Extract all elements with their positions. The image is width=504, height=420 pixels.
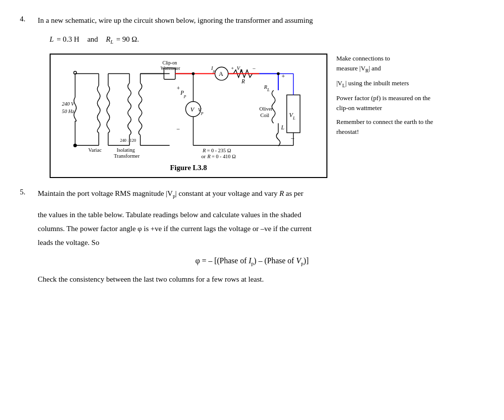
- q4-text: In a new schematic, wire up the circuit …: [38, 15, 484, 26]
- svg-text:Isolating: Isolating: [117, 147, 135, 152]
- svg-text:Variac: Variac: [88, 147, 102, 152]
- q5-number: 5.: [20, 188, 34, 200]
- svg-text:240 V: 240 V: [62, 101, 75, 107]
- svg-text:= 0 - 410 Ω: = 0 - 410 Ω: [212, 154, 236, 159]
- side-note-4: Remember to connect the earth to the rhe…: [336, 117, 436, 137]
- side-notes: Make connections to measure |VR| and |VL…: [336, 54, 436, 141]
- q4-number: 4.: [20, 15, 34, 26]
- svg-text:Ip: Ip: [211, 65, 216, 73]
- RL-formula: RL = 90 Ω.: [106, 35, 139, 45]
- svg-text:V: V: [190, 106, 195, 113]
- svg-text:–: –: [252, 65, 256, 70]
- svg-text:Wattmeter: Wattmeter: [161, 65, 181, 70]
- question-4: 4. In a new schematic, wire up the circu…: [20, 15, 484, 26]
- q5-line4: leads the voltage. So: [38, 237, 484, 248]
- q5-line3: columns. The power factor angle φ is +ve…: [38, 223, 484, 235]
- q5-line2: the values in the table below. Tabulate …: [38, 209, 484, 221]
- L-formula: L = 0.3 H: [50, 35, 79, 44]
- q5-text: Maintain the port voltage RMS magnitude …: [38, 188, 484, 200]
- circuit-box: 240 V 50 Hz Variac: [50, 54, 327, 178]
- svg-text:RL: RL: [263, 84, 269, 92]
- svg-text:Oliver: Oliver: [259, 106, 273, 111]
- svg-text:–: –: [176, 125, 180, 131]
- and-text: and: [87, 35, 98, 44]
- formula-line: L = 0.3 H and RL = 90 Ω.: [50, 35, 484, 45]
- phi-formula: φ = – [(Phase of Ip) – (Phase of Vp)]: [20, 256, 484, 266]
- svg-text:240 : 120: 240 : 120: [120, 137, 136, 142]
- svg-text:Transformer: Transformer: [114, 153, 140, 159]
- L-equals: = 0.3 H: [57, 35, 79, 44]
- RL-label: RL: [106, 35, 114, 45]
- circuit-area: 240 V 50 Hz Variac: [50, 54, 484, 178]
- svg-text:Coil: Coil: [260, 113, 269, 118]
- L-label: L: [50, 35, 54, 44]
- consistency-note: Check the consistency between the last t…: [38, 273, 484, 285]
- side-note-1: Make connections to measure |VR| and: [336, 54, 436, 74]
- question-5: 5. Maintain the port voltage RMS magnitu…: [20, 188, 484, 285]
- svg-text:= 0 - 235 Ω: = 0 - 235 Ω: [207, 147, 231, 153]
- svg-text:50 Hz: 50 Hz: [62, 108, 74, 114]
- svg-text:Clip-on: Clip-on: [163, 60, 177, 65]
- svg-text:A: A: [219, 70, 223, 77]
- svg-text:R: R: [202, 147, 206, 153]
- side-note-2: |VL| using the inbuilt meters: [336, 78, 436, 89]
- RL-sub: L: [111, 39, 114, 45]
- svg-text:+: +: [231, 65, 234, 70]
- RL-equals: = 90 Ω.: [116, 35, 139, 44]
- circuit-caption: Figure L3.8: [57, 164, 320, 172]
- side-note-3: Power factor (pf) is measured on the cli…: [336, 93, 436, 113]
- svg-text:–: –: [291, 134, 295, 141]
- svg-text:VL: VL: [289, 112, 296, 120]
- svg-point-72: [192, 72, 195, 75]
- q5-header: 5. Maintain the port voltage RMS magnitu…: [20, 188, 484, 200]
- svg-text:L: L: [281, 124, 284, 130]
- svg-text:+: +: [177, 85, 180, 91]
- circuit-svg: 240 V 50 Hz Variac: [57, 60, 320, 159]
- svg-text:Pp: Pp: [180, 90, 187, 98]
- circuit-container: 240 V 50 Hz Variac: [50, 54, 327, 178]
- svg-text:R: R: [207, 154, 211, 159]
- svg-point-73: [277, 72, 280, 75]
- svg-text:R: R: [241, 78, 245, 84]
- svg-text:or: or: [201, 154, 206, 159]
